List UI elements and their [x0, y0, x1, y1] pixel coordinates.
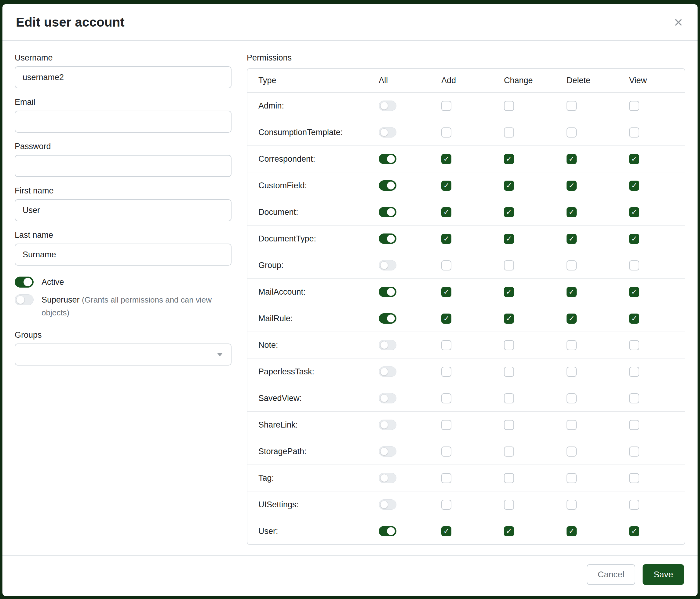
perm-checkbox-add[interactable]	[441, 287, 451, 297]
perm-checkbox-delete[interactable]	[567, 260, 577, 270]
perm-checkbox-delete[interactable]	[567, 473, 577, 483]
perm-checkbox-add[interactable]	[441, 154, 451, 164]
perm-checkbox-change[interactable]	[504, 234, 514, 244]
username-input[interactable]	[15, 66, 231, 88]
perm-checkbox-view[interactable]	[629, 500, 639, 510]
perm-checkbox-change[interactable]	[504, 181, 514, 191]
active-toggle[interactable]	[15, 277, 33, 288]
perm-toggle-all[interactable]	[379, 154, 396, 164]
email-field[interactable]	[15, 111, 231, 133]
save-button[interactable]: Save	[643, 564, 684, 585]
perm-checkbox-add[interactable]	[441, 181, 451, 191]
perm-toggle-all[interactable]	[379, 234, 396, 244]
perm-toggle-all[interactable]	[379, 499, 396, 510]
perm-checkbox-change[interactable]	[504, 393, 514, 403]
perm-type-label: Note:	[247, 340, 379, 350]
last-name-field[interactable]	[15, 244, 231, 266]
perm-checkbox-add[interactable]	[441, 101, 451, 111]
perm-checkbox-delete[interactable]	[567, 127, 577, 138]
perm-checkbox-view[interactable]	[629, 340, 639, 350]
perm-checkbox-view[interactable]	[629, 154, 639, 164]
perm-toggle-all[interactable]	[379, 446, 396, 457]
perm-checkbox-change[interactable]	[504, 101, 514, 111]
perm-toggle-all[interactable]	[379, 393, 396, 403]
perm-checkbox-delete[interactable]	[567, 181, 577, 191]
perm-checkbox-view[interactable]	[629, 287, 639, 297]
perm-checkbox-view[interactable]	[629, 234, 639, 244]
perm-toggle-all[interactable]	[379, 100, 396, 111]
perm-checkbox-view[interactable]	[629, 420, 639, 430]
perm-checkbox-change[interactable]	[504, 260, 514, 270]
perm-checkbox-delete[interactable]	[567, 447, 577, 457]
perm-checkbox-change[interactable]	[504, 367, 514, 377]
perm-checkbox-delete[interactable]	[567, 367, 577, 377]
perm-checkbox-change[interactable]	[504, 207, 514, 217]
perm-checkbox-add[interactable]	[441, 314, 451, 324]
perm-toggle-all[interactable]	[379, 473, 396, 483]
perm-toggle-all[interactable]	[379, 420, 396, 430]
perm-checkbox-delete[interactable]	[567, 340, 577, 350]
perm-checkbox-change[interactable]	[504, 340, 514, 350]
perm-checkbox-view[interactable]	[629, 473, 639, 483]
perm-toggle-all[interactable]	[379, 526, 396, 536]
perm-checkbox-add[interactable]	[441, 526, 451, 536]
perm-checkbox-view[interactable]	[629, 447, 639, 457]
perm-checkbox-add[interactable]	[441, 234, 451, 244]
perm-checkbox-add[interactable]	[441, 127, 451, 138]
perm-checkbox-view[interactable]	[629, 181, 639, 191]
perm-checkbox-change[interactable]	[504, 447, 514, 457]
perm-toggle-all[interactable]	[379, 207, 396, 217]
perm-checkbox-view[interactable]	[629, 207, 639, 217]
perm-checkbox-add[interactable]	[441, 447, 451, 457]
perm-type-label: Admin:	[247, 101, 379, 111]
perm-checkbox-view[interactable]	[629, 127, 639, 138]
perm-toggle-all[interactable]	[379, 340, 396, 350]
perm-toggle-all[interactable]	[379, 127, 396, 138]
perm-checkbox-add[interactable]	[441, 500, 451, 510]
perm-checkbox-change[interactable]	[504, 526, 514, 536]
perm-checkbox-change[interactable]	[504, 314, 514, 324]
superuser-toggle[interactable]	[15, 294, 33, 305]
perm-checkbox-view[interactable]	[629, 526, 639, 536]
perm-checkbox-view[interactable]	[629, 314, 639, 324]
perm-checkbox-delete[interactable]	[567, 154, 577, 164]
perm-checkbox-change[interactable]	[504, 500, 514, 510]
perm-checkbox-delete[interactable]	[567, 500, 577, 510]
password-field[interactable]	[15, 155, 231, 177]
perm-checkbox-change[interactable]	[504, 420, 514, 430]
perm-checkbox-add[interactable]	[441, 367, 451, 377]
perm-checkbox-delete[interactable]	[567, 393, 577, 403]
perm-checkbox-view[interactable]	[629, 393, 639, 403]
perm-checkbox-add[interactable]	[441, 420, 451, 430]
perm-checkbox-delete[interactable]	[567, 234, 577, 244]
perm-checkbox-delete[interactable]	[567, 526, 577, 536]
perm-checkbox-delete[interactable]	[567, 207, 577, 217]
perm-toggle-all[interactable]	[379, 260, 396, 270]
table-row: User:	[247, 518, 685, 544]
perm-checkbox-change[interactable]	[504, 154, 514, 164]
perm-checkbox-add[interactable]	[441, 260, 451, 270]
perm-toggle-all[interactable]	[379, 313, 396, 324]
perm-checkbox-delete[interactable]	[567, 101, 577, 111]
perm-toggle-all[interactable]	[379, 287, 396, 297]
first-name-field[interactable]	[15, 199, 231, 221]
perm-checkbox-add[interactable]	[441, 340, 451, 350]
perm-checkbox-delete[interactable]	[567, 420, 577, 430]
perm-toggle-all[interactable]	[379, 180, 396, 191]
perm-checkbox-view[interactable]	[629, 260, 639, 270]
perm-checkbox-delete[interactable]	[567, 314, 577, 324]
perm-checkbox-view[interactable]	[629, 101, 639, 111]
perm-checkbox-add[interactable]	[441, 207, 451, 217]
perm-checkbox-view[interactable]	[629, 367, 639, 377]
table-row: SavedView:	[247, 385, 685, 412]
perm-checkbox-change[interactable]	[504, 127, 514, 138]
perm-toggle-all[interactable]	[379, 366, 396, 377]
perm-checkbox-change[interactable]	[504, 287, 514, 297]
perm-checkbox-change[interactable]	[504, 473, 514, 483]
perm-checkbox-add[interactable]	[441, 473, 451, 483]
perm-checkbox-add[interactable]	[441, 393, 451, 403]
cancel-button[interactable]: Cancel	[587, 564, 635, 585]
close-icon[interactable]: ×	[673, 15, 684, 30]
perm-checkbox-delete[interactable]	[567, 287, 577, 297]
groups-select[interactable]	[15, 343, 231, 365]
